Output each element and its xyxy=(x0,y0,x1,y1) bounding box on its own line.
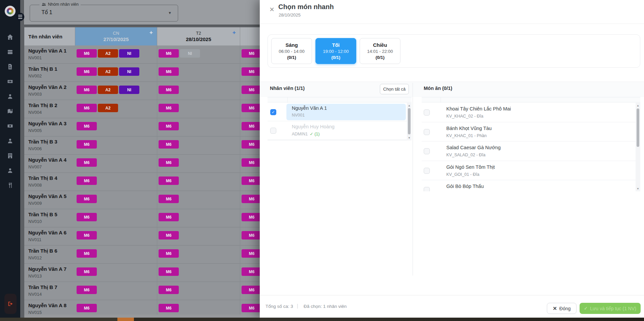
shift-cell-t2[interactable]: M6 xyxy=(157,264,240,282)
shift-cell-t2[interactable]: M6 xyxy=(157,300,240,315)
shift-cell-cn[interactable]: M6 xyxy=(75,209,157,227)
shift-cell-t2[interactable]: M6 xyxy=(157,173,240,191)
shift-badge[interactable]: M6 xyxy=(242,286,262,294)
shift-badge[interactable]: M6 xyxy=(242,49,262,58)
shift-badge[interactable]: M6 xyxy=(159,104,179,112)
shift-badge[interactable]: M6 xyxy=(77,158,97,167)
shift-cell-cn[interactable]: M6 xyxy=(75,246,157,264)
shift-badge[interactable]: M6 xyxy=(77,304,97,312)
employee-checkbox[interactable] xyxy=(270,128,276,134)
shift-cell-t2[interactable]: M6 xyxy=(157,136,240,155)
shift-cell-t2[interactable]: M6 xyxy=(157,82,240,100)
shift-card-option[interactable]: Sáng06:00 - 14:00(0/1) xyxy=(271,38,312,64)
select-all-button[interactable]: Chọn tất cả xyxy=(380,84,409,94)
dish-list-item[interactable]: Gỏi Bò Bóp Thấu xyxy=(422,180,636,191)
shift-cell-t2[interactable]: M6 xyxy=(157,118,240,136)
employee-list-item[interactable]: ✓Nguyễn Văn A 1NV001 xyxy=(268,103,407,121)
shift-cell-t2[interactable]: M6NI xyxy=(157,45,240,64)
shift-badge[interactable]: M6 xyxy=(242,231,262,239)
dish-checkbox[interactable] xyxy=(424,168,430,174)
home-icon[interactable] xyxy=(7,34,13,40)
shift-badge[interactable]: M6 xyxy=(77,267,97,276)
shift-badge[interactable]: M6 xyxy=(159,67,179,76)
dish-checkbox[interactable] xyxy=(424,187,430,191)
shift-badge[interactable]: M6 xyxy=(159,86,179,94)
shift-badge[interactable]: M6 xyxy=(159,213,179,221)
employee-checkbox[interactable]: ✓ xyxy=(270,109,276,115)
group-select[interactable]: Nhóm nhân viên Tổ 1 ▼ xyxy=(30,5,178,22)
shift-cell-t2[interactable]: M6 xyxy=(157,246,240,264)
scroll-up-icon[interactable]: ▲ xyxy=(636,103,640,108)
shift-cell-cn[interactable]: M6A2NI xyxy=(75,45,157,64)
employee-list-scrollbar[interactable]: ▲ ▼ xyxy=(407,103,412,140)
scroll-thumb[interactable] xyxy=(408,108,411,134)
scroll-up-icon[interactable]: ▲ xyxy=(407,103,412,108)
shift-cell-cn[interactable]: M6 xyxy=(75,155,157,173)
shift-badge[interactable]: M6 xyxy=(242,86,262,94)
shift-cell-t2[interactable]: M6 xyxy=(157,209,240,227)
shift-cell-cn[interactable]: M6A2NI xyxy=(75,82,157,100)
shift-badge[interactable]: M6 xyxy=(242,176,262,185)
dish-list-item[interactable]: Salad Caesar Gà NướngKV_SALAD_02 - Đĩa xyxy=(422,141,636,161)
shift-badge[interactable]: M6 xyxy=(77,104,97,112)
restaurant-icon[interactable] xyxy=(7,182,13,189)
shift-badge[interactable]: M6 xyxy=(77,140,97,149)
shift-badge[interactable]: M6 xyxy=(77,176,97,185)
shift-badge[interactable]: M6 xyxy=(242,195,262,203)
shift-badge[interactable]: M6 xyxy=(242,67,262,76)
shift-badge[interactable]: M6 xyxy=(242,122,262,130)
shift-cell-cn[interactable]: M6 xyxy=(75,118,157,136)
shift-cell-cn[interactable]: M6 xyxy=(75,282,157,300)
shift-badge[interactable]: M6 xyxy=(242,158,262,167)
menu-toggle-button[interactable] xyxy=(16,13,24,21)
shift-badge[interactable]: NI xyxy=(119,86,139,94)
scroll-down-icon[interactable]: ▼ xyxy=(636,186,640,191)
shift-badge[interactable]: M6 xyxy=(242,104,262,112)
shift-badge[interactable]: M6 xyxy=(77,86,97,94)
shift-badge[interactable]: M6 xyxy=(159,49,179,58)
shift-badge[interactable]: M6 xyxy=(242,140,262,149)
shift-cell-t2[interactable]: M6 xyxy=(157,100,240,118)
shift-badge[interactable]: M6 xyxy=(242,213,262,221)
add-shift-icon[interactable]: + xyxy=(149,29,153,36)
shift-badge[interactable]: M6 xyxy=(77,122,97,130)
shift-cell-t2[interactable]: M6 xyxy=(157,282,240,300)
shift-badge[interactable]: A2 xyxy=(98,67,118,76)
logout-button[interactable] xyxy=(4,294,17,314)
shift-card-selected[interactable]: Tối19:00 - 12:00(0/1) xyxy=(315,38,356,64)
dish-list-item[interactable]: Bánh Khọt Vũng TàuKV_KHAC_01 - Phần xyxy=(422,122,636,142)
shift-badge[interactable]: M6 xyxy=(242,267,262,276)
dish-checkbox[interactable] xyxy=(424,148,430,154)
shift-cell-cn[interactable]: M6 xyxy=(75,173,157,191)
map-pin-icon[interactable] xyxy=(7,108,13,115)
shift-badge[interactable]: A2 xyxy=(98,86,118,94)
shift-badge[interactable]: M6 xyxy=(159,176,179,185)
shift-cell-t2[interactable]: M6 xyxy=(157,191,240,209)
money-icon[interactable] xyxy=(7,78,13,85)
report-icon[interactable] xyxy=(7,63,13,70)
shift-cell-t2[interactable]: M6 xyxy=(157,227,240,246)
shift-badge[interactable]: NI xyxy=(180,49,200,58)
dish-checkbox[interactable] xyxy=(424,109,430,116)
shift-badge[interactable]: M6 xyxy=(159,249,179,258)
staff-icon[interactable] xyxy=(7,167,13,174)
shift-badge[interactable]: NI xyxy=(119,67,139,76)
shift-badge[interactable]: M6 xyxy=(77,195,97,203)
shift-badge[interactable]: M6 xyxy=(77,249,97,258)
shift-cell-t2[interactable]: M6 xyxy=(157,64,240,82)
scroll-thumb[interactable] xyxy=(637,108,639,147)
shift-cell-cn[interactable]: M6 xyxy=(75,227,157,246)
shift-badge[interactable]: M6 xyxy=(242,249,262,258)
shift-badge[interactable]: M6 xyxy=(159,286,179,294)
shift-cell-cn[interactable]: M6 xyxy=(75,300,157,315)
shift-badge[interactable]: M6 xyxy=(77,49,97,58)
shift-badge[interactable]: M6 xyxy=(77,213,97,221)
save-continue-button[interactable]: ✓ Lưu và tiếp tục (1 NV) xyxy=(580,303,641,314)
shift-badge[interactable]: M6 xyxy=(159,122,179,130)
shift-badge[interactable]: M6 xyxy=(242,304,262,312)
employee-list-item[interactable]: Nguyễn Huy HoàngADMIN1✓ (1) xyxy=(268,121,407,140)
shift-cell-cn[interactable]: M6 xyxy=(75,191,157,209)
shift-badge[interactable]: M6 xyxy=(159,140,179,149)
shift-badge[interactable]: M6 xyxy=(159,195,179,203)
add-shift-icon[interactable]: + xyxy=(232,29,236,36)
